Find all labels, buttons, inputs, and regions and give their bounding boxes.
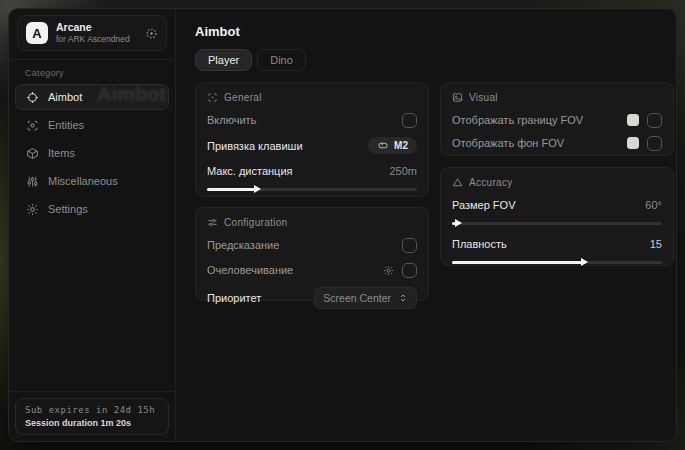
fov-bg-checkbox[interactable] bbox=[647, 136, 662, 151]
session-card: Sub expires in 24d 15h Session duration … bbox=[15, 398, 169, 435]
humanize-checkbox[interactable] bbox=[402, 263, 417, 278]
fov-border-controls bbox=[627, 113, 662, 128]
chevron-up-down-icon bbox=[398, 293, 408, 303]
sidebar-item-aimbot[interactable]: Aimbot Aimbot bbox=[15, 84, 169, 110]
sub-expires-text: Sub expires in 24d 15h bbox=[25, 405, 159, 415]
aimbot-ghost-text: Aimbot bbox=[97, 84, 166, 106]
app-logo: A bbox=[26, 22, 48, 44]
keybind-value: M2 bbox=[394, 140, 408, 151]
distance-label: Макс. дистанция bbox=[207, 165, 293, 177]
main-content: Aimbot Player Dino General Включить Прив… bbox=[176, 9, 676, 441]
prediction-row: Предсказание bbox=[207, 237, 417, 253]
category-label: Category bbox=[9, 60, 175, 82]
enable-label: Включить bbox=[207, 114, 256, 126]
priority-label: Приоритет bbox=[207, 292, 261, 304]
sidebar-item-miscellaneous[interactable]: Miscellaneous bbox=[15, 168, 169, 194]
priority-row: Приоритет Screen Center bbox=[207, 287, 417, 309]
panel-general: General Включить Привязка клавиши M2 Мак… bbox=[195, 82, 429, 197]
priority-dropdown[interactable]: Screen Center bbox=[314, 287, 417, 309]
fov-bg-color-swatch[interactable] bbox=[627, 137, 639, 149]
sidebar-nav: Aimbot Aimbot Entities Items Miscellane bbox=[9, 82, 175, 222]
sidebar-item-label: Aimbot bbox=[48, 91, 82, 103]
smoothness-row: Плавность 15 bbox=[452, 236, 662, 252]
keybind-button[interactable]: M2 bbox=[368, 137, 417, 154]
fov-size-row: Размер FOV 60° bbox=[452, 197, 662, 213]
gear-icon bbox=[26, 203, 39, 216]
smoothness-label: Плавность bbox=[452, 238, 507, 250]
gear-icon[interactable] bbox=[383, 265, 394, 276]
crosshair-icon bbox=[26, 91, 39, 104]
smoothness-slider[interactable] bbox=[452, 258, 662, 266]
panel-visual-header: Visual bbox=[452, 92, 662, 103]
sidebar-item-settings[interactable]: Settings bbox=[15, 196, 169, 222]
fov-border-row: Отображать границу FOV bbox=[452, 112, 662, 128]
tab-dino[interactable]: Dino bbox=[257, 49, 306, 71]
tune-sliders-icon bbox=[207, 217, 218, 228]
panel-general-header: General bbox=[207, 92, 417, 103]
mouse-icon bbox=[377, 140, 389, 151]
humanize-controls bbox=[383, 263, 417, 278]
panel-title: Accuracy bbox=[469, 177, 513, 188]
sidebar-item-label: Items bbox=[48, 147, 75, 159]
slider-fill bbox=[452, 222, 456, 225]
humanize-row: Очеловечивание bbox=[207, 262, 417, 278]
image-icon bbox=[452, 92, 463, 103]
panel-configuration: Configuration Предсказание Очеловечивани… bbox=[195, 207, 429, 301]
slider-fill bbox=[207, 188, 255, 191]
sidebar-item-label: Miscellaneous bbox=[48, 175, 118, 187]
entities-scan-icon bbox=[26, 119, 39, 132]
keybind-row: Привязка клавиши M2 bbox=[207, 137, 417, 154]
distance-row: Макс. дистанция 250m bbox=[207, 163, 417, 179]
brand-card: A Arcane for ARK Ascendned bbox=[17, 15, 167, 51]
app-window: A Arcane for ARK Ascendned Category Aimb… bbox=[8, 8, 677, 442]
fov-size-label: Размер FOV bbox=[452, 199, 515, 211]
slider-fill bbox=[452, 261, 582, 264]
brand-title: Arcane bbox=[56, 22, 130, 34]
priority-value: Screen Center bbox=[323, 292, 391, 304]
sidebar: A Arcane for ARK Ascendned Category Aimb… bbox=[9, 9, 176, 441]
fov-size-slider[interactable] bbox=[452, 219, 662, 227]
panel-title: Visual bbox=[469, 92, 498, 103]
sidebar-item-items[interactable]: Items bbox=[15, 140, 169, 166]
distance-slider[interactable] bbox=[207, 185, 417, 193]
panel-title: Configuration bbox=[224, 217, 287, 228]
enable-checkbox[interactable] bbox=[402, 113, 417, 128]
fov-bg-row: Отображать фон FOV bbox=[452, 135, 662, 151]
sidebar-item-label: Settings bbox=[48, 203, 88, 215]
panel-configuration-header: Configuration bbox=[207, 217, 417, 228]
tabs: Player Dino bbox=[195, 49, 306, 71]
triangle-delta-icon bbox=[452, 177, 463, 188]
page-title: Aimbot bbox=[195, 24, 240, 39]
tab-player[interactable]: Player bbox=[195, 49, 252, 71]
panel-visual: Visual Отображать границу FOV Отображать… bbox=[440, 82, 674, 156]
equalizer-icon bbox=[26, 175, 39, 188]
panel-accuracy: Accuracy Размер FOV 60° Плавность 15 bbox=[440, 167, 674, 266]
panel-title: General bbox=[224, 92, 262, 103]
fov-bg-label: Отображать фон FOV bbox=[452, 137, 564, 149]
fov-border-label: Отображать границу FOV bbox=[452, 114, 583, 126]
distance-value: 250m bbox=[389, 165, 417, 177]
slider-track bbox=[452, 222, 662, 225]
fov-border-color-swatch[interactable] bbox=[627, 114, 639, 126]
sidebar-item-entities[interactable]: Entities bbox=[15, 112, 169, 138]
enable-row: Включить bbox=[207, 112, 417, 128]
fov-size-value: 60° bbox=[645, 199, 662, 211]
slider-thumb[interactable] bbox=[581, 258, 588, 266]
panel-accuracy-header: Accuracy bbox=[452, 177, 662, 188]
sidebar-item-label: Entities bbox=[48, 119, 84, 131]
fov-bg-controls bbox=[627, 136, 662, 151]
slider-thumb[interactable] bbox=[455, 219, 462, 227]
session-duration-text: Session duration 1m 20s bbox=[25, 418, 159, 428]
target-icon[interactable] bbox=[145, 27, 158, 40]
fov-border-checkbox[interactable] bbox=[647, 113, 662, 128]
brand-text: Arcane for ARK Ascendned bbox=[56, 22, 130, 45]
smoothness-value: 15 bbox=[650, 238, 662, 250]
slider-thumb[interactable] bbox=[254, 185, 261, 193]
prediction-label: Предсказание bbox=[207, 239, 279, 251]
brand-subtitle: for ARK Ascendned bbox=[56, 35, 130, 44]
scan-target-icon bbox=[207, 92, 218, 103]
prediction-checkbox[interactable] bbox=[402, 238, 417, 253]
humanize-label: Очеловечивание bbox=[207, 264, 293, 276]
keybind-label: Привязка клавиши bbox=[207, 140, 303, 152]
sidebar-footer: Sub expires in 24d 15h Session duration … bbox=[9, 391, 175, 441]
